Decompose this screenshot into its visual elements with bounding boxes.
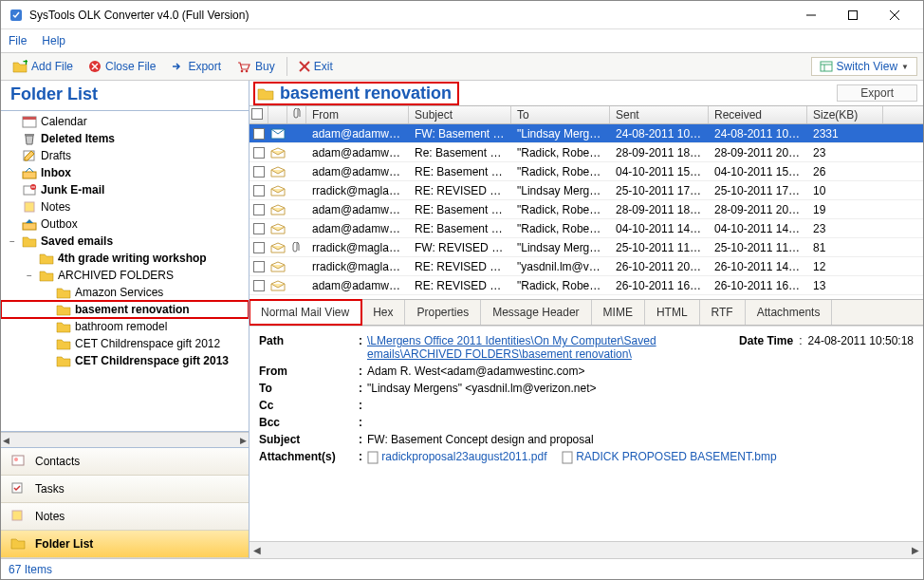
tab-rtf[interactable]: RTF: [700, 300, 746, 325]
row-checkbox[interactable]: [249, 223, 268, 234]
tree-item-label: CET Childrenspace gift 2012: [75, 337, 220, 350]
attachments-label: Attachment(s): [259, 450, 354, 464]
tab-properties[interactable]: Properties: [405, 300, 481, 325]
tree-item-calendar[interactable]: Calendar: [1, 113, 249, 130]
mail-icon: [268, 280, 287, 291]
tree-item-outbox[interactable]: Outbox: [1, 215, 249, 233]
row-checkbox[interactable]: [249, 128, 268, 140]
folder-icon: [22, 234, 37, 248]
tab-html[interactable]: HTML: [645, 300, 700, 325]
col-to[interactable]: To: [511, 106, 610, 123]
tab-hex[interactable]: Hex: [361, 300, 405, 325]
tree-item-basement-renovation[interactable]: basement renovation: [1, 301, 249, 318]
tasks-icon: [10, 481, 28, 496]
buy-button[interactable]: Buy: [231, 58, 281, 75]
svg-rect-20: [23, 172, 36, 178]
tree-item-cet-childrenspace-gift-2012[interactable]: CET Childrenspace gift 2012: [1, 335, 249, 352]
scroll-right-icon[interactable]: ▶: [912, 545, 919, 555]
tree-item-drafts[interactable]: Drafts: [1, 147, 249, 164]
col-received[interactable]: Received: [709, 106, 807, 123]
tab-message-header[interactable]: Message Header: [481, 300, 591, 325]
cc-label: Cc: [259, 399, 354, 412]
row-checkbox[interactable]: [249, 261, 268, 272]
nav-contacts[interactable]: Contacts: [1, 448, 249, 476]
scroll-left-icon[interactable]: ◀: [253, 545, 261, 555]
svg-rect-26: [12, 456, 24, 465]
minimize-button[interactable]: [790, 2, 832, 28]
add-file-button[interactable]: + Add File: [7, 58, 79, 75]
col-subject[interactable]: Subject: [409, 106, 511, 123]
cell-to: "Radick, Robert ...: [511, 146, 610, 159]
col-checkbox[interactable]: [249, 106, 268, 123]
col-sent[interactable]: Sent: [610, 106, 709, 123]
table-row[interactable]: adam@adamwes...Re: Basement Co..."Radick…: [249, 143, 923, 162]
tree-item-deleted-items[interactable]: Deleted Items: [1, 130, 249, 147]
row-checkbox[interactable]: [249, 147, 268, 159]
tree-item-inbox[interactable]: Inbox: [1, 164, 249, 181]
menu-help[interactable]: Help: [42, 34, 65, 47]
tree-item-junk-e-mail[interactable]: Junk E-mail: [1, 181, 249, 198]
scroll-right-icon[interactable]: ▶: [240, 436, 247, 445]
row-checkbox[interactable]: [249, 166, 268, 178]
table-row[interactable]: rradick@maglaw...RE: REVISED PR..."Linds…: [249, 181, 923, 200]
tree-item-4th-grade-writing-workshop[interactable]: 4th grade writing workshop: [1, 250, 249, 267]
close-button[interactable]: [874, 2, 915, 28]
scroll-left-icon[interactable]: ◀: [3, 436, 9, 445]
nav-folder-list[interactable]: Folder List: [1, 531, 249, 558]
export-panel-button[interactable]: Export: [837, 84, 917, 102]
horizontal-scrollbar[interactable]: ◀ ▶: [1, 432, 249, 447]
tab-mime[interactable]: MIME: [592, 300, 645, 325]
calendar-icon: [22, 115, 37, 128]
outbox-icon: [22, 217, 37, 231]
cell-sent: 26-10-2011 20:41...: [610, 260, 709, 273]
from-label: From: [259, 365, 354, 378]
cell-received: 24-08-2011 10:57...: [709, 127, 807, 140]
cell-sent: 28-09-2011 18:01...: [610, 203, 709, 216]
col-attachment[interactable]: [287, 106, 306, 123]
close-file-label: Close File: [105, 60, 156, 73]
tab-normal-mail-view[interactable]: Normal Mail View: [249, 300, 361, 325]
table-row[interactable]: rradick@maglaw...RE: REVISED PR..."yasdn…: [249, 257, 923, 276]
tree-item-archived-folders[interactable]: −ARCHIVED FOLDERS: [1, 267, 249, 284]
col-icon[interactable]: [268, 106, 287, 123]
maximize-button[interactable]: [832, 2, 874, 28]
cell-to: "yasdnil.lm@veri...: [511, 260, 610, 273]
svg-rect-18: [25, 134, 34, 136]
folder-icon: [257, 85, 274, 101]
nav-notes[interactable]: Notes: [1, 503, 249, 531]
row-checkbox[interactable]: [249, 204, 268, 215]
table-row[interactable]: adam@adamwes...RE: Basement Co..."Radick…: [249, 162, 923, 181]
row-checkbox[interactable]: [249, 185, 268, 196]
cell-from: adam@adamwes...: [306, 203, 409, 216]
col-from[interactable]: From: [306, 106, 409, 123]
grid-body[interactable]: adam@adamwes...FW: Basement C..."Lindsay…: [249, 124, 923, 295]
attachment-1[interactable]: radickproposal23august2011.pdf: [381, 450, 546, 463]
svg-rect-2: [849, 10, 858, 19]
table-row[interactable]: adam@adamwes...FW: Basement C..."Lindsay…: [249, 124, 923, 143]
folder-tree[interactable]: CalendarDeleted ItemsDraftsInboxJunk E-m…: [1, 110, 249, 432]
tree-item-saved-emails[interactable]: −Saved emails: [1, 233, 249, 250]
table-row[interactable]: adam@adamwes...RE: Basement Co..."Radick…: [249, 200, 923, 219]
tree-item-cet-childrenspace-gift-2013[interactable]: CET Childrenspace gift 2013: [1, 352, 249, 369]
table-row[interactable]: rradick@maglaw...FW: REVISED PR..."Linds…: [249, 238, 923, 257]
expand-icon[interactable]: −: [7, 236, 18, 247]
attachment-2[interactable]: RADICK PROPOSED BASEMENT.bmp: [576, 450, 776, 463]
table-row[interactable]: adam@adamwes...RE: REVISED PR..."Radick,…: [249, 276, 923, 295]
row-checkbox[interactable]: [249, 280, 268, 291]
export-button[interactable]: Export: [165, 58, 227, 75]
row-checkbox[interactable]: [249, 242, 268, 253]
col-size[interactable]: Size(KB): [807, 106, 883, 123]
menu-file[interactable]: File: [9, 34, 27, 47]
tree-item-amazon-services[interactable]: Amazon Services: [1, 284, 249, 301]
cell-received: 04-10-2011 15:46...: [709, 165, 807, 178]
exit-button[interactable]: Exit: [293, 58, 339, 75]
expand-icon[interactable]: −: [24, 271, 35, 281]
table-row[interactable]: adam@adamwes...RE: Basement Co..."Radick…: [249, 219, 923, 238]
tree-item-notes[interactable]: Notes: [1, 198, 249, 215]
switch-view-button[interactable]: Switch View ▼: [811, 57, 917, 76]
tree-item-bathroom-remodel[interactable]: bathroom remodel: [1, 318, 249, 335]
detail-hscroll[interactable]: ◀ ▶: [249, 541, 923, 558]
nav-tasks[interactable]: Tasks: [1, 476, 249, 503]
close-file-button[interactable]: Close File: [83, 58, 161, 75]
tab-attachments[interactable]: Attachments: [746, 300, 833, 325]
